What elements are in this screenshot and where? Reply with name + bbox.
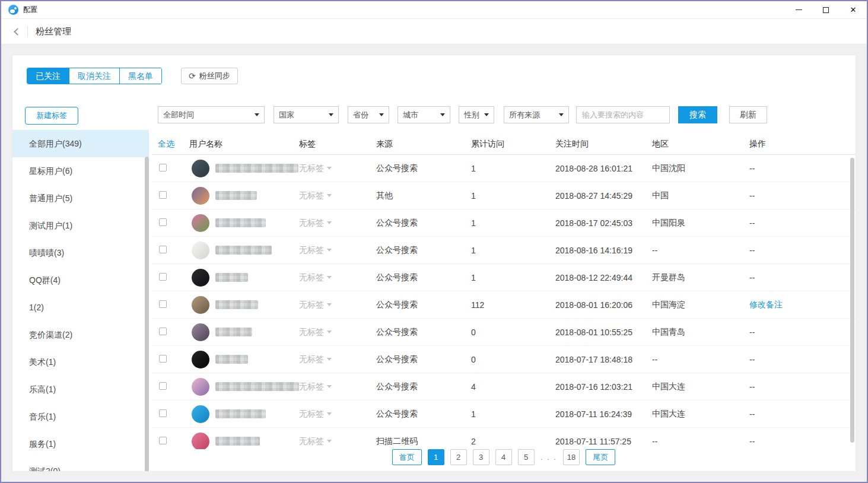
search-input[interactable] bbox=[576, 106, 670, 123]
row-checkbox[interactable] bbox=[159, 328, 167, 335]
search-button[interactable]: 搜索 bbox=[678, 106, 717, 123]
chevron-down-icon bbox=[327, 276, 332, 279]
page-title: 粉丝管理 bbox=[36, 26, 71, 37]
row-checkbox[interactable] bbox=[159, 382, 167, 390]
sidebar-item[interactable]: 测试用户(1) bbox=[12, 212, 149, 239]
gender-filter-select[interactable]: 性别 bbox=[459, 106, 494, 123]
table-body: 无标签公众号搜索12018-08-28 16:01:21中国沈阳--无标签其他1… bbox=[152, 155, 856, 450]
row-checkbox[interactable] bbox=[159, 300, 167, 308]
sidebar-item[interactable]: 星标用户(6) bbox=[12, 157, 149, 185]
country-filter-select[interactable]: 国家 bbox=[274, 106, 339, 123]
action-cell[interactable]: 修改备注 bbox=[749, 300, 783, 309]
tag-dropdown[interactable]: 无标签 bbox=[299, 218, 332, 228]
follow-time-cell: 2018-08-16 14:16:19 bbox=[555, 246, 652, 255]
tag-dropdown[interactable]: 无标签 bbox=[299, 354, 332, 365]
tag-dropdown[interactable]: 无标签 bbox=[299, 436, 332, 447]
row-checkbox[interactable] bbox=[159, 355, 167, 363]
tag-dropdown[interactable]: 无标签 bbox=[299, 409, 332, 420]
source-cell: 公众号搜索 bbox=[376, 382, 471, 392]
row-checkbox[interactable] bbox=[159, 191, 167, 199]
window-controls: ✕ bbox=[785, 1, 867, 19]
follow-time-cell: 2018-08-12 22:49:44 bbox=[555, 273, 652, 282]
chevron-down-icon bbox=[327, 385, 332, 388]
column-header-action: 操作 bbox=[749, 139, 856, 150]
minimize-button[interactable] bbox=[785, 1, 812, 19]
time-filter-select[interactable]: 全部时间 bbox=[158, 106, 265, 123]
sidebar-item[interactable]: 竞价渠道(2) bbox=[12, 321, 149, 348]
row-checkbox[interactable] bbox=[159, 409, 167, 417]
sidebar-item[interactable]: 美术(1) bbox=[12, 348, 149, 376]
sidebar-item[interactable]: 全部用户(349) bbox=[12, 130, 149, 157]
tab-黑名单[interactable]: 黑名单 bbox=[119, 68, 161, 84]
sidebar-item[interactable]: 普通用户(5) bbox=[12, 185, 149, 212]
source-cell: 公众号搜索 bbox=[376, 245, 471, 256]
row-checkbox[interactable] bbox=[159, 218, 167, 226]
tag-dropdown[interactable]: 无标签 bbox=[299, 382, 332, 392]
maximize-icon bbox=[823, 7, 829, 13]
row-checkbox[interactable] bbox=[159, 164, 167, 171]
user-avatar bbox=[192, 269, 209, 287]
user-avatar bbox=[192, 160, 209, 177]
close-button[interactable]: ✕ bbox=[840, 1, 867, 19]
city-filter-select[interactable]: 城市 bbox=[398, 106, 450, 123]
table-row: 无标签扫描二维码22018-07-11 11:57:25---- bbox=[152, 428, 856, 450]
page-button-4[interactable]: 4 bbox=[495, 449, 512, 465]
page-button-2[interactable]: 2 bbox=[450, 449, 467, 465]
table-row: 无标签公众号搜索42018-07-16 12:03:21中国大连-- bbox=[152, 373, 856, 401]
tag-dropdown[interactable]: 无标签 bbox=[299, 327, 332, 338]
action-cell: -- bbox=[749, 164, 755, 173]
region-cell: 中国青岛 bbox=[652, 327, 749, 338]
table-header: 全选 用户名称 标签 来源 累计访问 关注时间 地区 操作 bbox=[152, 134, 856, 155]
tag-dropdown[interactable]: 无标签 bbox=[299, 190, 332, 201]
column-header-source: 来源 bbox=[376, 139, 471, 150]
source-cell: 公众号搜索 bbox=[376, 163, 471, 174]
sidebar-item[interactable]: 乐高(1) bbox=[12, 376, 149, 403]
refresh-button[interactable]: 刷新 bbox=[729, 106, 767, 123]
tab-已关注[interactable]: 已关注 bbox=[27, 68, 69, 84]
page-button-首页[interactable]: 首页 bbox=[392, 449, 422, 465]
follow-time-cell: 2018-07-17 18:48:18 bbox=[555, 355, 652, 364]
sync-icon: ⟳ bbox=[189, 72, 196, 80]
back-button[interactable] bbox=[11, 26, 22, 37]
app-window: 配置 ✕ 粉丝管理 已关注取消关注黑名单 ⟳ 粉丝同步 新建标签 全部用户(34… bbox=[0, 0, 868, 483]
follow-time-cell: 2018-08-28 16:01:21 bbox=[555, 164, 652, 173]
page-button-18[interactable]: 18 bbox=[563, 449, 580, 465]
region-cell: -- bbox=[652, 437, 749, 446]
visits-cell: 1 bbox=[471, 191, 555, 201]
tag-dropdown[interactable]: 无标签 bbox=[299, 245, 332, 256]
sidebar-item[interactable]: 测试2(0) bbox=[12, 457, 149, 471]
fan-sync-button[interactable]: ⟳ 粉丝同步 bbox=[181, 68, 238, 84]
user-name-redacted bbox=[215, 300, 258, 309]
column-header-visits: 累计访问 bbox=[471, 139, 555, 150]
table-row: 无标签公众号搜索12018-08-28 16:01:21中国沈阳-- bbox=[152, 155, 856, 182]
new-tag-button[interactable]: 新建标签 bbox=[25, 107, 78, 125]
maximize-button[interactable] bbox=[812, 1, 840, 19]
select-all-link[interactable]: 全选 bbox=[158, 139, 174, 148]
sidebar-scrollbar[interactable] bbox=[145, 157, 149, 471]
tab-取消关注[interactable]: 取消关注 bbox=[69, 68, 119, 84]
table-scrollbar[interactable] bbox=[850, 158, 854, 443]
sidebar-item[interactable]: 啧啧啧(3) bbox=[12, 239, 149, 266]
tag-dropdown[interactable]: 无标签 bbox=[299, 163, 332, 174]
page-button-3[interactable]: 3 bbox=[473, 449, 489, 465]
sidebar-item[interactable]: 服务(1) bbox=[12, 430, 149, 457]
page-button-尾页[interactable]: 尾页 bbox=[586, 449, 615, 465]
page-button-5[interactable]: 5 bbox=[518, 449, 535, 465]
row-checkbox[interactable] bbox=[159, 273, 167, 281]
tag-dropdown[interactable]: 无标签 bbox=[299, 300, 332, 310]
fan-sync-label: 粉丝同步 bbox=[199, 71, 230, 81]
user-avatar bbox=[192, 242, 209, 259]
page-button-1[interactable]: 1 bbox=[428, 449, 444, 465]
visits-cell: 0 bbox=[471, 328, 555, 337]
user-avatar bbox=[192, 405, 209, 423]
visits-cell: 1 bbox=[471, 164, 555, 173]
sidebar-item[interactable]: 1(2) bbox=[12, 294, 149, 321]
source-filter-select[interactable]: 所有来源 bbox=[504, 106, 569, 123]
sidebar-item[interactable]: QQ群(4) bbox=[12, 266, 149, 294]
pagination: 首页12345. . .18尾页 bbox=[152, 449, 856, 465]
province-filter-select[interactable]: 省份 bbox=[348, 106, 389, 123]
row-checkbox[interactable] bbox=[159, 246, 167, 253]
sidebar-item[interactable]: 音乐(1) bbox=[12, 403, 149, 430]
row-checkbox[interactable] bbox=[159, 437, 167, 444]
tag-dropdown[interactable]: 无标签 bbox=[299, 272, 332, 283]
